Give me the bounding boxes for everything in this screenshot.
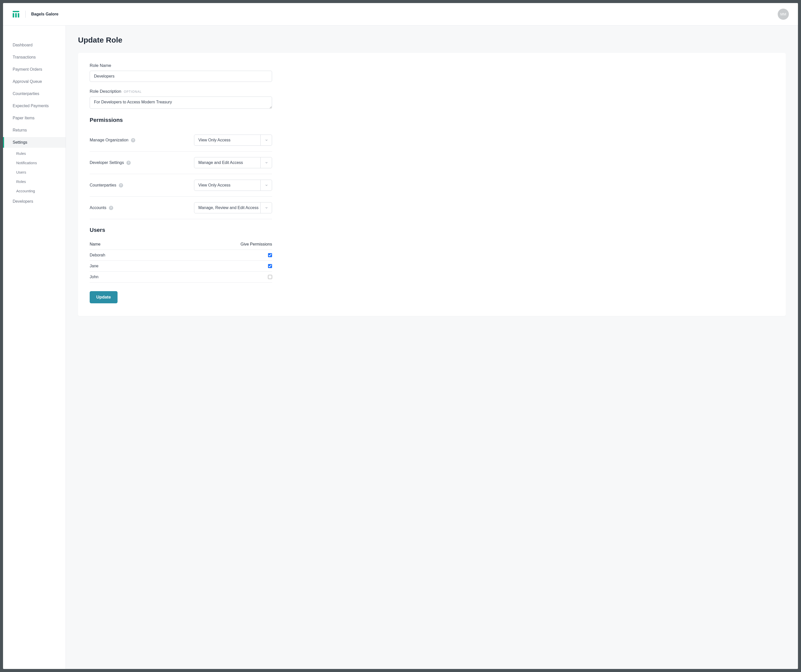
- help-icon[interactable]: ?: [109, 206, 113, 210]
- topbar: Bagels Galore MM: [3, 3, 798, 26]
- user-name: John: [90, 275, 98, 279]
- svg-rect-0: [13, 11, 19, 12]
- users-title: Users: [90, 227, 774, 234]
- role-desc-input[interactable]: [90, 97, 272, 109]
- sidebar-subitem-rules[interactable]: Rules: [6, 149, 66, 158]
- shell: Dashboard Transactions Payment Orders Ap…: [3, 26, 798, 669]
- perm-label: Counterparties ?: [90, 183, 123, 187]
- sidebar-subitem-accounting[interactable]: Accounting: [6, 187, 66, 195]
- perm-select-wrap: View Only Access: [194, 135, 272, 146]
- svg-rect-1: [13, 13, 14, 18]
- perm-label: Accounts ?: [90, 206, 113, 210]
- app-frame: Bagels Galore MM Dashboard Transactions …: [3, 3, 798, 669]
- perm-row-developer-settings: Developer Settings ? Manage and Edit Acc…: [90, 151, 272, 174]
- perm-select-accounts[interactable]: Manage, Review and Edit Access: [194, 202, 272, 213]
- perm-label-text: Manage Organization: [90, 138, 129, 142]
- brand-logo-icon: [12, 11, 20, 18]
- sidebar-item-payment-orders[interactable]: Payment Orders: [3, 64, 66, 75]
- update-button[interactable]: Update: [90, 291, 117, 303]
- sidebar-item-approval-queue[interactable]: Approval Queue: [3, 76, 66, 87]
- svg-rect-3: [18, 13, 19, 18]
- help-icon[interactable]: ?: [126, 161, 131, 165]
- permissions-title: Permissions: [90, 117, 774, 123]
- perm-label-text: Counterparties: [90, 183, 116, 187]
- role-desc-field: Role Description OPTIONAL: [90, 89, 774, 110]
- sidebar-item-dashboard[interactable]: Dashboard: [3, 40, 66, 50]
- perm-label: Developer Settings ?: [90, 160, 131, 165]
- perm-select-wrap: View Only Access: [194, 180, 272, 191]
- user-permission-checkbox[interactable]: [268, 275, 272, 279]
- sidebar-subitem-roles[interactable]: Roles: [6, 177, 66, 186]
- org-name: Bagels Galore: [31, 12, 58, 16]
- users-row: John: [90, 272, 272, 282]
- users-header-name: Name: [90, 242, 101, 247]
- perm-select-counterparties[interactable]: View Only Access: [194, 180, 272, 191]
- help-icon[interactable]: ?: [131, 138, 135, 142]
- perm-label-text: Accounts: [90, 206, 106, 210]
- role-desc-label: Role Description OPTIONAL: [90, 89, 774, 94]
- logo-block: Bagels Galore: [12, 11, 58, 18]
- perm-select-wrap: Manage and Edit Access: [194, 157, 272, 168]
- sidebar-item-developers[interactable]: Developers: [3, 196, 66, 207]
- sidebar-subitem-users[interactable]: Users: [6, 168, 66, 176]
- sidebar: Dashboard Transactions Payment Orders Ap…: [3, 26, 66, 669]
- role-name-field: Role Name: [90, 63, 774, 82]
- user-name: Jane: [90, 264, 98, 268]
- users-header-perm: Give Permissions: [241, 242, 272, 247]
- role-name-input[interactable]: [90, 71, 272, 82]
- svg-rect-2: [15, 13, 17, 18]
- help-icon[interactable]: ?: [119, 183, 123, 187]
- sidebar-item-paper-items[interactable]: Paper Items: [3, 113, 66, 123]
- sidebar-item-transactions[interactable]: Transactions: [3, 52, 66, 63]
- users-row: Jane: [90, 261, 272, 272]
- sidebar-subitem-notifications[interactable]: Notifications: [6, 159, 66, 167]
- perm-select-developer-settings[interactable]: Manage and Edit Access: [194, 157, 272, 168]
- sidebar-item-expected-payments[interactable]: Expected Payments: [3, 101, 66, 111]
- sidebar-item-returns[interactable]: Returns: [3, 125, 66, 135]
- perm-row-accounts: Accounts ? Manage, Review and Edit Acces…: [90, 197, 272, 219]
- users-table-header: Name Give Permissions: [90, 239, 272, 250]
- logo-divider: [25, 11, 26, 18]
- user-permission-checkbox[interactable]: [268, 253, 272, 257]
- perm-row-counterparties: Counterparties ? View Only Access: [90, 174, 272, 197]
- perm-select-manage-organization[interactable]: View Only Access: [194, 135, 272, 146]
- page-title: Update Role: [78, 36, 786, 44]
- users-row: Deborah: [90, 250, 272, 261]
- perm-select-wrap: Manage, Review and Edit Access: [194, 202, 272, 213]
- role-desc-label-text: Role Description: [90, 89, 121, 94]
- sidebar-item-counterparties[interactable]: Counterparties: [3, 89, 66, 99]
- main-content: Update Role Role Name Role Description O…: [66, 26, 798, 669]
- users-table: Name Give Permissions Deborah Jane John: [90, 239, 272, 282]
- sidebar-item-settings[interactable]: Settings: [3, 137, 66, 148]
- user-permission-checkbox[interactable]: [268, 264, 272, 268]
- perm-label-text: Developer Settings: [90, 160, 124, 165]
- role-name-label: Role Name: [90, 63, 774, 68]
- user-name: Deborah: [90, 253, 105, 258]
- perm-label: Manage Organization ?: [90, 138, 135, 142]
- form-card: Role Name Role Description OPTIONAL Perm…: [78, 53, 786, 316]
- settings-subnav: Rules Notifications Users Roles Accounti…: [3, 149, 66, 195]
- perm-row-manage-organization: Manage Organization ? View Only Access: [90, 129, 272, 151]
- avatar[interactable]: MM: [778, 9, 789, 20]
- optional-tag: OPTIONAL: [124, 90, 142, 93]
